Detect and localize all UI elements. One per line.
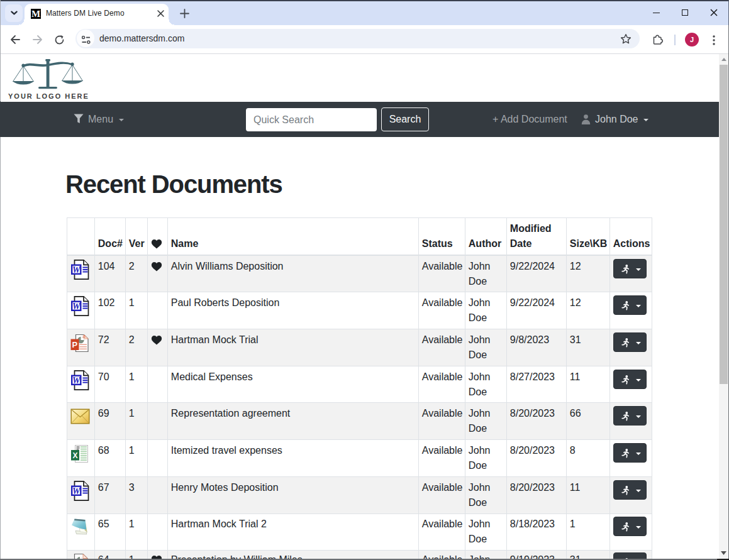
svg-text:X: X [72,451,77,460]
svg-text:W: W [72,265,81,274]
svg-text:P: P [72,340,77,349]
svg-text:W: W [72,375,81,385]
svg-text:W: W [72,486,81,495]
svg-text:W: W [72,302,81,311]
